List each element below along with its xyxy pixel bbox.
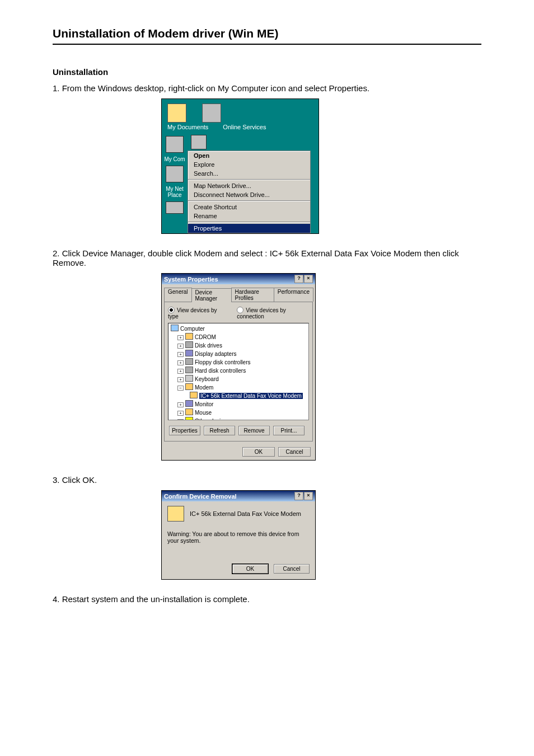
my-computer-icon	[166, 136, 184, 153]
cancel-button[interactable]: Cancel	[278, 447, 311, 457]
drive-icon	[191, 135, 207, 149]
menu-open[interactable]: Open	[188, 151, 310, 160]
my-network-places-icon	[166, 166, 184, 182]
tab-performance[interactable]: Performance	[274, 288, 313, 302]
help-icon[interactable]: ?	[294, 275, 303, 283]
tab-hardware-profiles[interactable]: Hardware Profiles	[231, 288, 274, 302]
ok-button[interactable]: OK	[232, 564, 268, 574]
divider	[53, 44, 481, 45]
screenshot-confirm-removal: Confirm Device Removal ? × IC+ 56k Exter…	[161, 490, 481, 580]
screenshot-context-menu: My DocumentsOnline Services My Com My Ne…	[161, 98, 481, 234]
print-button[interactable]: Print...	[273, 426, 305, 435]
my-documents-icon	[167, 104, 186, 123]
device-name: IC+ 56k External Data Fax Voice Modem	[190, 510, 301, 517]
tab-general[interactable]: General	[164, 288, 192, 302]
window-title: Confirm Device Removal	[164, 493, 237, 500]
radio-by-connection[interactable]: View devices by connection	[237, 307, 309, 320]
step-2: 2. Click Device Manager, double click Mo…	[53, 248, 481, 267]
menu-rename[interactable]: Rename	[188, 212, 310, 220]
desktop-icon-labels: My DocumentsOnline Services	[162, 124, 318, 134]
tab-device-manager[interactable]: Device Manager	[191, 288, 232, 302]
menu-create-shortcut[interactable]: Create Shortcut	[188, 203, 310, 212]
device-tree[interactable]: Computer +CDROM +Disk drives +Display ad…	[168, 323, 309, 420]
step-4: 4. Restart system and the un-installatio…	[53, 594, 481, 604]
context-menu: Open Explore Search... Map Network Drive…	[188, 151, 311, 233]
remove-button[interactable]: Remove	[238, 426, 270, 435]
menu-disconnect-drive[interactable]: Disconnect Network Drive...	[188, 190, 310, 199]
cancel-button[interactable]: Cancel	[274, 564, 310, 574]
section-heading: Uninstallation	[53, 67, 481, 77]
screenshot-system-properties: System Properties ? × General Device Man…	[161, 273, 481, 461]
titlebar: Confirm Device Removal ? ×	[162, 491, 315, 501]
menu-properties[interactable]: Properties	[188, 224, 310, 233]
warning-text: Warning: You are about to remove this de…	[167, 530, 310, 544]
close-icon[interactable]: ×	[304, 275, 313, 283]
properties-button[interactable]: Properties	[169, 426, 200, 435]
tree-selected-modem: IC+ 56k External Data Fax Voice Modem	[199, 393, 303, 399]
help-icon[interactable]: ?	[294, 492, 303, 500]
menu-map-drive[interactable]: Map Network Drive...	[188, 181, 310, 190]
close-icon[interactable]: ×	[304, 492, 313, 500]
step-3: 3. Click OK.	[53, 475, 481, 485]
menu-search[interactable]: Search...	[188, 169, 310, 178]
window-title: System Properties	[164, 276, 218, 283]
tabs: General Device Manager Hardware Profiles…	[164, 288, 313, 302]
radio-by-type[interactable]: View devices by type	[168, 307, 224, 320]
recycle-bin-icon	[166, 201, 184, 214]
step-1: 1. From the Windows desktop, right-click…	[53, 83, 481, 93]
page-title: Uninstallation of Modem driver (Win ME)	[53, 27, 481, 40]
modem-icon	[167, 506, 184, 522]
refresh-button[interactable]: Refresh	[204, 426, 235, 435]
menu-explore[interactable]: Explore	[188, 160, 310, 169]
ok-button[interactable]: OK	[242, 447, 275, 457]
online-services-icon	[202, 104, 221, 123]
titlebar: System Properties ? ×	[162, 274, 315, 284]
